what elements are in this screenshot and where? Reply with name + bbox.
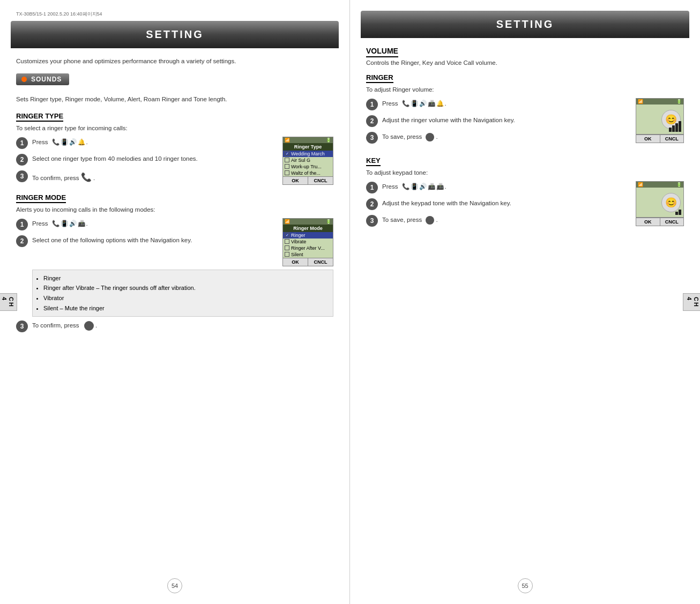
- right-ringer-section: RINGER To adjust Ringer volume: 1 Press …: [366, 73, 684, 148]
- screen-item-1: Air Sul G: [283, 157, 333, 163]
- rm-step3-circle: 3: [16, 320, 28, 332]
- phone-icon-2: 📳: [61, 138, 68, 147]
- corner-text: TX-30B5/15-1 2002.5.20 16:40페이지54: [16, 11, 333, 18]
- k-step2-content: Adjust the keypad tone with the Navigati…: [382, 198, 631, 208]
- k-phone-icons: 📞 📳 🔊 📠 📠 .: [402, 182, 446, 191]
- bar3: [675, 123, 678, 132]
- ringer-type-desc: To select a ringer type for incoming cal…: [16, 125, 333, 131]
- k-ok-btn: OK: [636, 218, 660, 226]
- right-ringer-steps-col: 1 Press 📞 📳 🔊 📠 🔔 .: [366, 98, 631, 148]
- screen-mockup-ringer-type: 📶 🔋 Ringer Type ✓ Wedding March Air Sul …: [282, 137, 333, 185]
- rr-step3-content: To save, press .: [382, 131, 631, 141]
- ringer-mode-desc: Alerts you to incoming calls in the foll…: [16, 206, 333, 213]
- right-ringer-step1: 1 Press 📞 📳 🔊 📠 🔔 .: [366, 98, 631, 110]
- k-photo-area: 😊: [636, 188, 683, 217]
- rr-step2-content: Adjust the ringer volume with the Naviga…: [382, 115, 631, 125]
- rr-photo-area: 😊: [636, 105, 683, 134]
- phone-icon-4: 🔔: [78, 138, 85, 147]
- rr-step2-circle: 2: [366, 115, 378, 127]
- rm-checkbox-1: [285, 239, 289, 244]
- ringer-type-steps-col: 1 Press 📞 📳 🔊 🔔 .: [16, 137, 278, 188]
- left-page: TX-30B5/15-1 2002.5.20 16:40페이지54 SETTIN…: [0, 0, 350, 604]
- k-bar1: [675, 212, 678, 215]
- rm-step3-content: To confirm, press .: [32, 320, 333, 331]
- rm-checkbox-2: [285, 245, 289, 250]
- bar1: [669, 128, 672, 132]
- key-desc: To adjust keypad tone:: [366, 169, 684, 176]
- checkbox-2: [285, 164, 289, 169]
- screen-mockup-ringer-mode: 📶 🔋 Ringer Mode ✓ Ringer Vibrate Rin: [282, 218, 333, 266]
- k-step1-content: Press 📞 📳 🔊 📠 📠 .: [382, 181, 631, 191]
- right-ringer-step3: 3 To save, press .: [366, 131, 631, 144]
- k-bar-icon: [675, 210, 681, 215]
- k-step3-content: To save, press .: [382, 214, 631, 225]
- right-page: SETTING VOLUME Controls the Ringer, Key …: [350, 0, 700, 604]
- rr-screen-status: 📶 🔋: [636, 99, 683, 105]
- bullet-item-0: Ringer: [43, 273, 327, 284]
- rm-screen-item-1: Vibrate: [283, 238, 333, 245]
- ringer-mode-screen: 📶 🔋 Ringer Mode ✓ Ringer Vibrate Rin: [278, 218, 333, 266]
- k-save-icon: [426, 216, 434, 225]
- right-ringer-step2: 2 Adjust the ringer volume with the Navi…: [366, 115, 631, 127]
- ringer-mode-steps-col: 1 Press 📞 📳 🔊 📠 .: [16, 218, 278, 251]
- phone-icon-3: 🔊: [69, 138, 77, 147]
- right-page-number: 55: [518, 578, 533, 593]
- key-step3: 3 To save, press .: [366, 214, 631, 227]
- rm-cncl-btn: CNCL: [308, 258, 333, 266]
- rm-ok-btn: OK: [283, 258, 308, 266]
- left-page-number: 54: [167, 578, 182, 593]
- right-header: SETTING: [361, 11, 689, 38]
- rr-step3-circle: 3: [366, 132, 378, 144]
- right-ringer-desc: To adjust Ringer volume:: [366, 86, 684, 93]
- sounds-label: SOUNDS: [31, 76, 62, 83]
- sounds-dot: [21, 77, 27, 82]
- left-side-tab: CH4: [0, 293, 17, 311]
- rr-screen-buttons: OK CNCL: [636, 135, 683, 143]
- screen-title: Ringer Type: [283, 143, 333, 151]
- bullet-item-1: Ringer after Vibrate – The ringer sounds…: [43, 283, 327, 293]
- k-screen-buttons: OK CNCL: [636, 218, 683, 226]
- step2-circle: 2: [16, 154, 28, 166]
- ringer-mode-step1: 1 Press 📞 📳 🔊 📠 .: [16, 218, 278, 230]
- key-title: KEY: [366, 156, 381, 166]
- ok-btn: OK: [283, 177, 308, 184]
- ringer-mode-step2: 2 Select one of the following options wi…: [16, 235, 278, 247]
- dot-sep: .: [86, 138, 88, 147]
- rr-step1-content: Press 📞 📳 🔊 📠 🔔 .: [382, 98, 631, 108]
- rr-step1-circle: 1: [366, 99, 378, 110]
- rm-phone-icons: 📞 📳 🔊 📠 .: [52, 219, 88, 228]
- ringer-mode-step3: 3 To confirm, press .: [16, 320, 333, 332]
- k-step3-circle: 3: [366, 215, 378, 227]
- bullet-item-2: Vibrator: [43, 293, 327, 303]
- screen-buttons: OK CNCL: [283, 176, 333, 184]
- ringer-mode-bullets: Ringer Ringer after Vibrate – The ringer…: [32, 270, 333, 317]
- key-screen: 📶 🔋 😊 OK C: [631, 181, 684, 226]
- rm-screen-title: Ringer Mode: [283, 225, 333, 232]
- phone-icon-1: 📞: [52, 138, 59, 147]
- k-cncl-btn: CNCL: [660, 218, 684, 226]
- rr-bar-icon: [669, 121, 681, 132]
- right-ringer-screen: 📶 🔋 😊: [631, 98, 684, 143]
- ringer-type-step1: 1 Press 📞 📳 🔊 🔔 .: [16, 137, 278, 149]
- k-screen-status: 📶 🔋: [636, 182, 683, 188]
- right-side-tab: CH4: [683, 293, 700, 311]
- rm-checkbox-0: ✓: [285, 233, 289, 237]
- ringer-type-steps: 1 Press 📞 📳 🔊 🔔 .: [16, 137, 333, 188]
- left-header: SETTING: [11, 21, 339, 48]
- step2-content: Select one ringer type from 40 melodies …: [32, 153, 278, 163]
- bar2: [672, 125, 675, 132]
- k-bar2: [679, 210, 681, 215]
- bullet-item-3: Silent – Mute the ringer: [43, 303, 327, 314]
- k-step1-circle: 1: [366, 182, 378, 193]
- rm-screen-item-0: ✓ Ringer: [283, 232, 333, 238]
- rr-save-icon: [426, 133, 434, 141]
- rr-phone-icons: 📞 📳 🔊 📠 🔔 .: [402, 99, 446, 108]
- confirm-icon: 📞: [81, 173, 92, 182]
- rm-screen-item-2: Ringer After V...: [283, 245, 333, 251]
- key-steps-col: 1 Press 📞 📳 🔊 📠 📠 .: [366, 181, 631, 231]
- step1-phone-icons: 📞 📳 🔊 🔔 .: [52, 138, 88, 147]
- key-step2: 2 Adjust the keypad tone with the Naviga…: [366, 198, 631, 210]
- key-section: KEY To adjust keypad tone: 1 Press 📞 📳 🔊: [366, 156, 684, 231]
- sounds-desc: Sets Ringer type, Ringer mode, Volume, A…: [16, 95, 333, 104]
- step1-content: Press 📞 📳 🔊 🔔 .: [32, 137, 278, 147]
